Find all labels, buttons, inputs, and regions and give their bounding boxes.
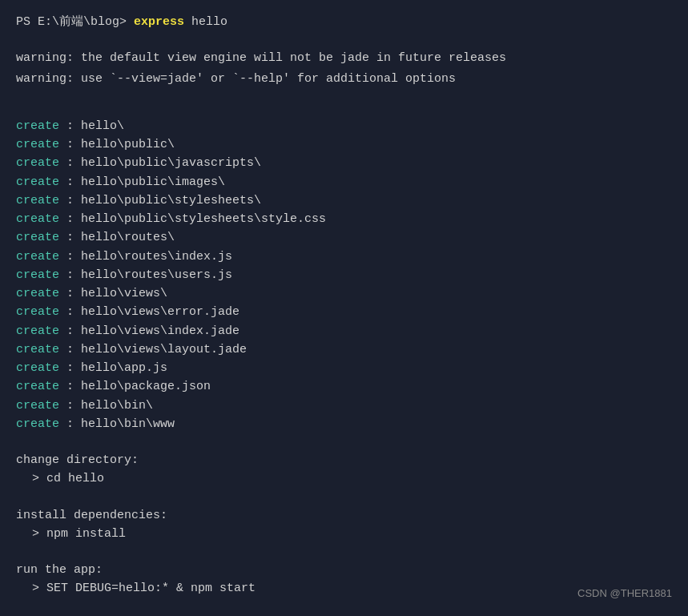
cd-command: > cd hello: [16, 469, 672, 488]
create-path-2: : hello\public\javascripts\: [66, 156, 261, 170]
create-path-9: : hello\views\: [66, 287, 167, 300]
warning-line-2: warning: use `--view=jade' or `--help' f…: [16, 70, 672, 88]
create-path-10: : hello\views\error.jade: [66, 305, 239, 319]
create-path-14: : hello\package.json: [66, 380, 211, 393]
create-kw-1: create: [16, 138, 59, 151]
blank-line-2: [16, 88, 672, 103]
create-path-3: : hello\public\images\: [66, 175, 225, 189]
blank-line-5: [16, 489, 672, 503]
create-lines-container: create : hello\ create : hello\public\ c…: [16, 117, 672, 433]
create-kw-14: create: [16, 380, 59, 393]
create-item-3: create : hello\public\images\: [16, 173, 672, 191]
create-kw-5: create: [16, 212, 59, 226]
change-dir-label: change directory:: [16, 451, 672, 469]
install-label: install dependencies:: [16, 506, 672, 525]
create-kw-4: create: [16, 194, 59, 207]
create-item-6: create : hello\routes\: [16, 228, 672, 247]
create-path-5: : hello\public\stylesheets\style.css: [66, 212, 326, 226]
create-kw-16: create: [16, 417, 59, 431]
create-kw-8: create: [16, 268, 59, 282]
create-path-1: : hello\public\: [66, 138, 175, 151]
create-kw-15: create: [16, 399, 59, 413]
create-path-8: : hello\routes\users.js: [66, 268, 232, 282]
create-path-12: : hello\views\layout.jade: [66, 343, 247, 356]
create-item-5: create : hello\public\stylesheets\style.…: [16, 210, 672, 228]
create-item-13: create : hello\app.js: [16, 359, 672, 377]
create-item-10: create : hello\views\error.jade: [16, 303, 672, 321]
create-path-16: : hello\bin\www: [66, 417, 175, 431]
create-kw-2: create: [16, 156, 59, 170]
run-app-label: run the app:: [16, 561, 672, 579]
prompt-line: PS E:\前端\blog> express hello: [16, 13, 672, 31]
create-path-15: : hello\bin\: [66, 399, 153, 413]
create-kw-7: create: [16, 250, 59, 264]
create-path-7: : hello\routes\index.js: [66, 250, 232, 264]
create-item-9: create : hello\views\: [16, 284, 672, 303]
create-item-8: create : hello\routes\users.js: [16, 266, 672, 284]
create-kw-9: create: [16, 287, 59, 300]
warning-line-1: warning: the default view engine will no…: [16, 49, 672, 67]
blank-line-6: [16, 543, 672, 558]
create-item-14: create : hello\package.json: [16, 377, 672, 396]
create-kw-0: create: [16, 119, 59, 133]
create-item-4: create : hello\public\stylesheets\: [16, 191, 672, 210]
create-kw-13: create: [16, 361, 59, 375]
create-item-16: create : hello\bin\www: [16, 415, 672, 433]
create-path-6: : hello\routes\: [66, 231, 175, 244]
create-item-0: create : hello\: [16, 117, 672, 135]
create-item-2: create : hello\public\javascripts\: [16, 154, 672, 172]
run-command: > SET DEBUG=hello:* & npm start: [16, 579, 672, 598]
npm-install-command: > npm install: [16, 525, 672, 543]
terminal-window: PS E:\前端\blog> express hello warning: th…: [16, 13, 672, 616]
create-kw-10: create: [16, 305, 59, 319]
create-kw-6: create: [16, 231, 59, 244]
create-item-7: create : hello\routes\index.js: [16, 248, 672, 266]
create-item-1: create : hello\public\: [16, 135, 672, 154]
command-arg: hello: [191, 15, 227, 29]
blank-line-3: [16, 103, 672, 117]
blank-line-4: [16, 433, 672, 448]
create-path-13: : hello\app.js: [66, 361, 167, 375]
create-item-11: create : hello\views\index.jade: [16, 322, 672, 340]
create-item-12: create : hello\views\layout.jade: [16, 340, 672, 359]
blank-line-1: [16, 33, 672, 47]
express-keyword: express: [134, 15, 184, 29]
create-kw-11: create: [16, 324, 59, 338]
create-item-15: create : hello\bin\: [16, 397, 672, 415]
create-path-4: : hello\public\stylesheets\: [66, 194, 261, 207]
create-kw-12: create: [16, 343, 59, 356]
create-path-11: : hello\views\index.jade: [66, 324, 239, 338]
ps-prefix: PS E:\前端\blog>: [16, 15, 127, 29]
create-kw-3: create: [16, 175, 59, 189]
create-path-0: : hello\: [66, 119, 124, 133]
watermark: CSDN @THER1881: [577, 586, 672, 602]
